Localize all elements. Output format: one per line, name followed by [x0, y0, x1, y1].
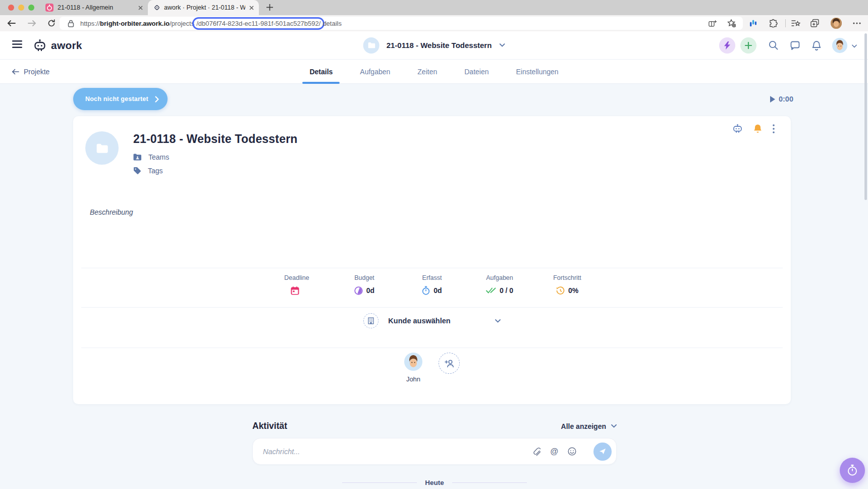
forward-icon[interactable]: [27, 20, 36, 27]
favorites-bar-icon[interactable]: [791, 20, 800, 27]
search-icon[interactable]: [769, 40, 778, 50]
chevron-right-icon: [155, 96, 159, 103]
automations-button[interactable]: [719, 37, 735, 54]
tags-label: Tags: [148, 167, 163, 175]
tab-einstellungen[interactable]: Einstellungen: [512, 60, 563, 84]
page-scrollbar[interactable]: [864, 33, 867, 200]
hamburger-menu-icon[interactable]: [12, 40, 22, 50]
awork-favicon-icon: [154, 5, 160, 11]
browser-menu-icon[interactable]: [853, 22, 861, 24]
add-favorite-icon[interactable]: [727, 19, 736, 27]
address-bar[interactable]: https://bright-orbiter.awork.io/projects…: [60, 17, 743, 30]
emoji-smiley-icon[interactable]: [568, 447, 576, 456]
url-text: https://bright-orbiter.awork.io/projects…: [80, 17, 342, 30]
browser-profile-avatar[interactable]: [831, 18, 842, 29]
stat-budget: Budget 0d: [331, 274, 398, 295]
budget-value[interactable]: 0d: [331, 286, 398, 295]
browser-toolbar: https://bright-orbiter.awork.io/projects…: [0, 15, 868, 31]
tab-zeiten[interactable]: Zeiten: [413, 60, 441, 84]
stat-erfasst: Erfasst 0d: [398, 274, 466, 295]
add-member-button[interactable]: [439, 353, 460, 374]
back-icon[interactable]: [7, 20, 16, 27]
subscribe-bell-icon[interactable]: [753, 124, 762, 133]
autopilot-robot-icon[interactable]: [732, 124, 743, 133]
split-screen-icon[interactable]: [709, 20, 717, 27]
tags-row[interactable]: Tags: [133, 167, 298, 175]
project-switcher[interactable]: 21-0118 - Website Todesstern: [363, 37, 505, 54]
timer-fab[interactable]: [840, 458, 865, 483]
day-label: Heute: [425, 479, 444, 486]
project-switcher-title: 21-0118 - Website Todesstern: [387, 41, 492, 50]
progress-clock-icon: [556, 286, 565, 295]
erfasst-value[interactable]: 0d: [398, 286, 466, 295]
project-avatar-large[interactable]: [85, 131, 119, 165]
teams-folder-icon: [133, 154, 142, 161]
chevron-down-icon[interactable]: [495, 319, 501, 323]
awork-logo[interactable]: awork: [33, 39, 82, 52]
divider: [81, 268, 783, 268]
activity-filter[interactable]: Alle anzeigen: [561, 422, 617, 430]
tab-dateien[interactable]: Dateien: [460, 60, 493, 84]
tab-aufgaben[interactable]: Aufgaben: [356, 60, 394, 84]
member-avatar[interactable]: [404, 353, 422, 371]
plus-icon: [745, 42, 752, 49]
toolbar-divider: [785, 19, 786, 27]
fortschritt-value[interactable]: 0%: [533, 286, 601, 295]
divider: [81, 307, 783, 308]
app-header: awork 21-0118 - Website Todesstern: [0, 31, 868, 60]
message-placeholder: Nachricht...: [263, 448, 533, 456]
attachment-paperclip-icon[interactable]: [533, 447, 540, 456]
day-divider: Heute: [252, 479, 617, 486]
aufgaben-value[interactable]: 0 / 0: [466, 286, 533, 295]
client-avatar-placeholder: [363, 313, 378, 328]
send-button[interactable]: [593, 443, 612, 461]
client-select[interactable]: Kunde auswählen: [73, 313, 791, 328]
teams-label: Teams: [148, 153, 169, 161]
building-icon: [367, 317, 374, 324]
refresh-icon[interactable]: [47, 19, 56, 27]
member-john[interactable]: John: [404, 353, 422, 383]
tab-details[interactable]: Details: [305, 60, 337, 84]
divider-line: [452, 482, 527, 483]
browser-tab-allgemein[interactable]: 21-0118 - Allgemein: [39, 0, 148, 15]
project-status-button[interactable]: Noch nicht gestartet: [73, 88, 168, 110]
collections-icon[interactable]: [810, 19, 819, 28]
url-highlight: /db076f74-823d-ec11-981f-501ac527b592/: [192, 17, 324, 30]
project-details-card: 21-0118 - Website Todesstern Teams Tags …: [73, 116, 791, 404]
browser-tab-awork-project[interactable]: awork · Projekt · 21-0118 - We: [148, 0, 259, 15]
profile-chevron-icon[interactable]: [852, 41, 857, 50]
user-avatar[interactable]: [832, 38, 847, 53]
send-icon: [599, 448, 606, 455]
zoom-window-button[interactable]: [28, 5, 34, 11]
extension-logo-icon[interactable]: [750, 20, 756, 27]
extensions-puzzle-icon[interactable]: [769, 19, 778, 28]
back-to-projects-link[interactable]: Projekte: [12, 68, 49, 76]
status-label: Noch nicht gestartet: [85, 95, 148, 103]
add-button[interactable]: [740, 37, 756, 54]
mention-at-icon[interactable]: @: [550, 447, 558, 456]
close-window-button[interactable]: [8, 5, 14, 11]
close-tab-icon[interactable]: [138, 6, 143, 10]
notifications-bell-icon[interactable]: [812, 40, 821, 51]
message-input[interactable]: Nachricht... @: [252, 438, 617, 465]
stat-deadline: Deadline: [263, 274, 331, 295]
minimize-window-button[interactable]: [18, 5, 24, 11]
timer-value: 0:00: [779, 95, 793, 103]
close-tab-icon[interactable]: [249, 6, 254, 10]
divider: [81, 348, 783, 348]
activity-title: Aktivität: [252, 421, 287, 431]
client-placeholder-label: Kunde auswählen: [388, 317, 450, 325]
project-title: 21-0118 - Website Todesstern: [133, 132, 298, 146]
deadline-value[interactable]: [263, 286, 331, 295]
stat-aufgaben: Aufgaben 0 / 0: [466, 274, 533, 295]
tab-title: awork · Projekt · 21-0118 - We: [164, 4, 245, 11]
project-timer[interactable]: 0:00: [770, 95, 793, 103]
project-nav: Projekte Details Aufgaben Zeiten Dateien…: [0, 60, 868, 84]
messages-icon[interactable]: [790, 41, 800, 50]
description-placeholder[interactable]: Beschreibung: [90, 208, 133, 216]
teams-row[interactable]: Teams: [133, 153, 298, 161]
project-members: John: [73, 353, 791, 383]
chevron-down-icon: [611, 424, 617, 428]
new-tab-icon[interactable]: [266, 4, 274, 13]
more-options-kebab-icon[interactable]: [773, 124, 775, 133]
